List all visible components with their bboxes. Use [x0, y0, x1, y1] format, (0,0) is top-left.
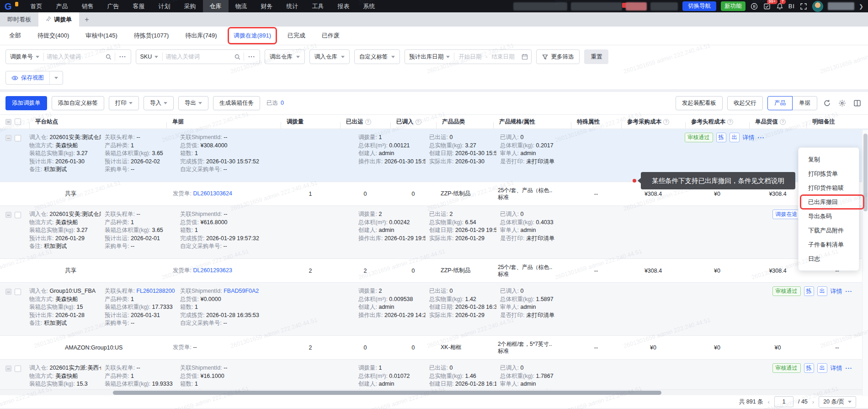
horizontal-scrollbar-thumb[interactable] — [113, 391, 661, 395]
tag-badge[interactable]: 出 — [817, 363, 827, 373]
fullscreen-icon[interactable] — [799, 2, 808, 11]
menu-item-5[interactable]: 导出条码 — [799, 209, 859, 223]
nav-item-5[interactable]: 客服 — [126, 0, 152, 12]
add-custom-tag-button[interactable]: 添加自定义标签 — [52, 96, 105, 110]
status-tab-7[interactable]: 已完成 — [288, 32, 305, 40]
generate-boxing-task-button[interactable]: 生成装箱任务 — [213, 96, 260, 110]
tab-transfer-orders[interactable]: 调拨单 — [38, 12, 79, 27]
mode-document-button[interactable]: 单据 — [792, 96, 817, 110]
row-more-button[interactable]: ··· — [758, 135, 765, 141]
tag-badge[interactable]: 出 — [730, 133, 740, 142]
switch-nav-button[interactable]: 切换导航 — [682, 1, 716, 11]
nav-item-10[interactable]: 财务 — [254, 0, 280, 12]
out-warehouse-select[interactable]: 调出仓库 — [265, 49, 305, 64]
mode-product-button[interactable]: 产品 — [767, 96, 793, 110]
collapse-row-icon[interactable]: – — [5, 135, 11, 141]
info-icon[interactable]: ? — [415, 119, 421, 125]
menu-item-7[interactable]: 子件备料清单 — [799, 237, 859, 252]
collapse-all-icon[interactable]: – — [5, 119, 11, 125]
status-tab-5[interactable]: 待出库(749) — [185, 32, 217, 40]
refresh-icon[interactable] — [822, 99, 832, 107]
page-size-select[interactable]: 20 条/页 — [819, 396, 856, 408]
page-number-input[interactable] — [774, 396, 793, 407]
row-more-button[interactable]: ··· — [846, 288, 853, 295]
select-all-checkbox[interactable] — [15, 118, 21, 125]
status-tab-3[interactable]: 审核中(145) — [85, 32, 117, 40]
bi-link[interactable]: BI — [788, 3, 795, 10]
save-view-main[interactable]: 保存视图 — [6, 74, 49, 82]
status-tab-4[interactable]: 待拣货(1077) — [134, 32, 169, 40]
detail-value-link[interactable]: FL2601288200 — [136, 288, 175, 294]
bell-icon[interactable]: 7 — [776, 2, 784, 11]
status-tab-1[interactable]: 全部 — [9, 32, 21, 40]
gear-icon[interactable] — [837, 99, 847, 107]
row-checkbox[interactable] — [15, 366, 21, 372]
user-menu-chevron-icon[interactable]: ❯ — [859, 3, 863, 10]
date-type-select[interactable]: 预计出库日期 — [405, 53, 454, 61]
nav-item-11[interactable]: 统计 — [280, 0, 305, 12]
detail-link[interactable]: 详情 — [743, 134, 755, 142]
export-button[interactable]: 导出 — [178, 96, 208, 110]
collapse-row-icon[interactable]: – — [5, 366, 11, 371]
pin-icon[interactable] — [46, 16, 51, 23]
user-avatar[interactable] — [812, 1, 823, 12]
menu-item-1[interactable]: 复制 — [799, 152, 859, 167]
sku-keyword-input[interactable] — [163, 54, 231, 60]
info-icon[interactable]: ? — [780, 119, 786, 125]
info-icon[interactable]: ? — [663, 119, 669, 125]
collapse-row-icon[interactable]: – — [5, 289, 11, 295]
tag-badge[interactable]: 拣 — [804, 286, 814, 296]
nav-item-1[interactable]: 首页 — [24, 0, 49, 12]
shipping-order-link[interactable]: DL2601293623 — [193, 267, 232, 274]
calendar-icon[interactable] — [518, 54, 531, 60]
collapse-row-icon[interactable]: – — [5, 212, 11, 218]
menu-item-6[interactable]: 下载产品附件 — [799, 223, 859, 237]
search-icon[interactable] — [231, 54, 244, 60]
add-tab-button[interactable]: + — [79, 12, 95, 27]
sku-more-icon[interactable]: ··· — [244, 54, 260, 60]
tag-badge[interactable]: 出 — [817, 286, 827, 296]
sku-type-select[interactable]: SKU — [136, 54, 163, 60]
more-filters-button[interactable]: 更多筛选 — [536, 49, 580, 64]
start-date-input[interactable]: 开始日期 — [454, 53, 485, 61]
tab-dashboard[interactable]: 即时看板 — [0, 12, 38, 27]
search-icon[interactable] — [102, 54, 115, 60]
vertical-scrollbar-thumb[interactable] — [863, 134, 868, 211]
menu-item-8[interactable]: 日志 — [799, 252, 859, 266]
pause-circle-icon[interactable] — [750, 2, 758, 11]
in-warehouse-select[interactable]: 调入仓库 — [309, 49, 350, 64]
task-list-icon[interactable]: 99+ — [763, 2, 771, 11]
new-feature-button[interactable]: 新功能 — [721, 1, 746, 11]
reset-button[interactable]: 重置 — [584, 49, 608, 64]
custom-tag-select[interactable]: 自定义标签 — [354, 49, 400, 64]
info-icon[interactable]: ? — [727, 119, 733, 125]
menu-item-2[interactable]: 打印拣货单 — [799, 167, 859, 181]
end-date-input[interactable]: 结束日期 — [487, 53, 518, 61]
prev-page-button[interactable]: ‹ — [768, 398, 770, 405]
nav-item-3[interactable]: 销售 — [75, 0, 101, 12]
add-transfer-order-button[interactable]: 添加调拨单 — [5, 96, 47, 110]
order-no-more-icon[interactable]: ··· — [115, 54, 131, 60]
columns-icon[interactable] — [852, 99, 863, 107]
assemble-board-button[interactable]: 发起装配看板 — [676, 96, 723, 110]
menu-item-3[interactable]: 打印货件箱唛 — [799, 181, 859, 195]
row-checkbox[interactable] — [15, 135, 21, 141]
status-tab-6[interactable]: 调拨在途(891) — [234, 32, 271, 40]
next-page-button[interactable]: › — [812, 398, 814, 405]
menu-item-4[interactable]: 已出库撤回 — [799, 195, 859, 209]
nav-item-12[interactable]: 工具 — [305, 0, 331, 12]
app-logo[interactable]: G — [5, 2, 16, 11]
print-button[interactable]: 打印 — [109, 96, 139, 110]
order-no-type-select[interactable]: 调拨单号 — [6, 53, 43, 61]
import-button[interactable]: 导入 — [144, 96, 174, 110]
tag-badge[interactable]: 拣 — [804, 363, 814, 373]
nav-item-9[interactable]: 物流 — [229, 0, 254, 12]
row-more-button[interactable]: ··· — [846, 365, 853, 371]
row-checkbox[interactable] — [15, 289, 21, 295]
nav-item-7[interactable]: 采购 — [177, 0, 203, 12]
save-view-caret[interactable] — [50, 77, 63, 79]
row-checkbox[interactable] — [15, 212, 21, 218]
detail-link[interactable]: 详情 — [831, 364, 842, 372]
detail-value-link[interactable]: FBAD59F0A2 — [224, 288, 259, 294]
detail-link[interactable]: 详情 — [831, 287, 842, 296]
